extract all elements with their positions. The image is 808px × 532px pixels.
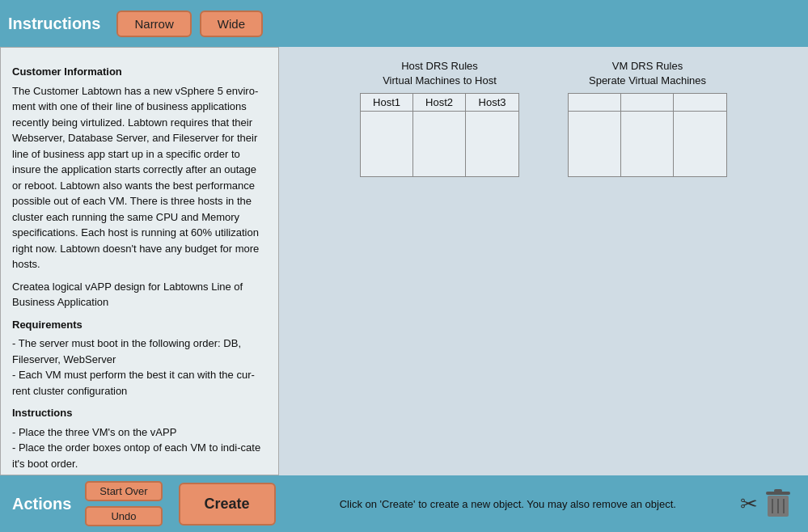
vapp-title: Createa logical vAPP design for Labtowns… xyxy=(12,279,267,310)
vm-drs-col3-body[interactable] xyxy=(674,112,726,176)
host-drs-table: Host1 Host2 Host3 xyxy=(360,93,519,177)
instructions-label: Instructions xyxy=(8,15,100,33)
host-drs-col-host2: Host2 xyxy=(413,94,466,111)
host-drs-col-host1: Host1 xyxy=(361,94,413,111)
vm-drs-col2-header xyxy=(621,94,674,111)
scissors-icon[interactable]: ✂ xyxy=(740,492,758,517)
host-drs-col2-body[interactable] xyxy=(413,112,466,176)
instructions-section-body: - Place the three VM's on the vAPP - Pla… xyxy=(12,424,267,476)
vm-drs-table xyxy=(568,93,727,177)
top-bar: Instructions Narrow Wide xyxy=(0,0,808,47)
left-panel: Customer Information The Customer Labtow… xyxy=(0,47,279,475)
host-drs-title-line1: Host DRS Rules xyxy=(401,60,478,72)
instructions-section-title: Instructions xyxy=(12,405,267,421)
vm-drs-title: VM DRS Rules Sperate Virtual Machines xyxy=(589,59,706,88)
host-drs-title-line2: Virtual Machines to Host xyxy=(383,74,497,87)
requirements-title: Requirements xyxy=(12,317,267,333)
create-button[interactable]: Create xyxy=(179,483,276,526)
start-over-button[interactable]: Start Over xyxy=(85,481,162,501)
vm-drs-section: VM DRS Rules Sperate Virtual Machines xyxy=(568,59,727,177)
vm-drs-col1-header xyxy=(569,94,621,111)
main-area: Customer Information The Customer Labtow… xyxy=(0,47,808,475)
host-drs-col-headers: Host1 Host2 Host3 xyxy=(361,94,518,112)
vm-drs-col1-body[interactable] xyxy=(569,112,621,176)
actions-label: Actions xyxy=(12,495,71,513)
host-drs-section: Host DRS Rules Virtual Machines to Host … xyxy=(360,59,519,177)
trash-icon[interactable] xyxy=(764,488,792,519)
vm-drs-col3-header xyxy=(674,94,726,111)
vm-drs-body xyxy=(569,112,726,176)
action-buttons: Start Over Undo xyxy=(85,481,162,526)
host-drs-body xyxy=(361,112,518,176)
right-panel: Host DRS Rules Virtual Machines to Host … xyxy=(279,47,808,475)
bottom-bar: Actions Start Over Undo Create Click on … xyxy=(0,475,808,532)
vm-drs-title-line2: Sperate Virtual Machines xyxy=(589,74,706,87)
host-drs-title: Host DRS Rules Virtual Machines to Host xyxy=(383,59,497,88)
vm-drs-col2-body[interactable] xyxy=(621,112,674,176)
drs-container: Host DRS Rules Virtual Machines to Host … xyxy=(295,55,792,177)
narrow-button[interactable]: Narrow xyxy=(116,11,191,37)
customer-info-title: Customer Information xyxy=(12,64,267,80)
host-drs-col1-body[interactable] xyxy=(361,112,413,176)
host-drs-col-host3: Host3 xyxy=(466,94,518,111)
customer-info-body: The Customer Labtown has a new vSphere 5… xyxy=(12,83,267,272)
bottom-hint: Click on 'Create' to create a new object… xyxy=(286,498,730,510)
icons-area: ✂ xyxy=(740,488,792,519)
vm-drs-title-line1: VM DRS Rules xyxy=(612,60,683,72)
vm-drs-col-headers xyxy=(569,94,726,112)
requirements-body: - The server must boot in the following … xyxy=(12,336,267,399)
svg-rect-1 xyxy=(774,489,782,492)
host-drs-col3-body[interactable] xyxy=(466,112,518,176)
wide-button[interactable]: Wide xyxy=(200,11,263,37)
undo-button[interactable]: Undo xyxy=(85,506,162,526)
